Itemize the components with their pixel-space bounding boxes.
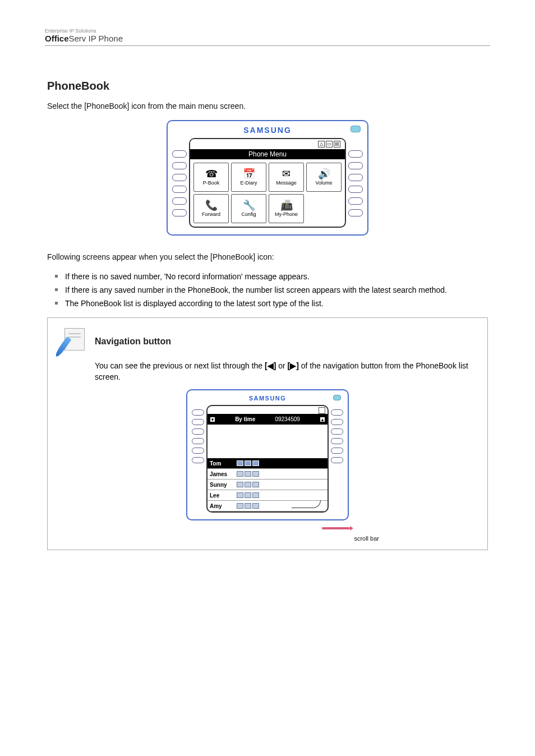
menu-item-volume[interactable]: 🔊 Volume [306,163,342,192]
menu-item-config[interactable]: 🔧 Config [231,194,266,223]
ediary-icon: 📅 [243,169,255,179]
tag-icon [237,471,243,477]
contact-tags [237,503,259,509]
soft-key[interactable] [192,448,204,454]
menu-item-message[interactable]: ✉ Message [269,163,304,192]
soft-key[interactable] [172,197,187,205]
scroll-bar-label: scroll bar [354,535,379,542]
note-title: Navigation button [95,336,171,347]
bullet-item: If there is no saved number, 'No record … [55,271,490,283]
soft-key[interactable] [331,448,343,454]
status-bell-icon: △ [318,141,325,147]
pbook-row[interactable]: James [207,469,328,480]
right-side-buttons [348,138,363,228]
menu-item-forward[interactable]: 📞 Forward [193,194,229,223]
menu-item-pbook[interactable]: ☎ P-Book [193,163,229,192]
pbook-icon: ☎ [205,169,218,179]
phone-device-main: SAMSUNG △ ▭ ▤ Phone Menu ☎ [167,120,368,236]
status-bar: △ ▭ ▤ [190,139,345,149]
bullet-item: The PhoneBook list is displayed accordin… [55,298,490,310]
sort-up-arrow[interactable]: ▲ [320,417,325,422]
pbook-row[interactable]: Lee [207,490,328,501]
pbook-row-selected[interactable]: Tom [207,458,328,469]
soft-key[interactable] [331,419,343,425]
right-side-buttons-small [331,405,343,513]
bullet-item: If there is any saved number in the Phon… [55,284,490,296]
menu-label: Message [276,180,297,186]
tag-icon [237,492,243,498]
led-indicator [333,395,341,400]
tag-icon [252,482,259,487]
soft-key[interactable] [172,209,187,216]
soft-key[interactable] [348,150,363,158]
device-screen: △ ▭ ▤ Phone Menu ☎ P-Book 📅 E-Diary ✉ [189,138,346,228]
tag-icon [237,503,243,509]
header-tagline: Enterprise IP Solutions [45,28,490,34]
soft-key[interactable] [331,409,343,416]
soft-key[interactable] [192,428,204,435]
phone-device-pbook: SAMSUNG [186,389,349,520]
contact-tags [237,471,259,477]
menu-label: Volume [315,180,332,186]
contact-tags [237,460,259,466]
tag-icon [245,482,251,487]
contact-tags [237,482,259,487]
tag-icon [245,471,251,477]
note-box: Navigation button You can see the previo… [47,317,488,550]
soft-key[interactable] [331,457,343,463]
pbook-row[interactable]: Sunny [207,480,328,490]
pbook-header-number: 09234509 [275,416,300,422]
soft-key[interactable] [348,162,363,169]
tag-icon [245,503,251,509]
forward-icon: 📞 [205,200,218,210]
tag-icon [245,460,251,466]
soft-key[interactable] [172,162,187,169]
soft-key[interactable] [348,197,363,205]
menu-label: Config [241,211,256,217]
soft-key[interactable] [331,438,343,444]
message-icon: ✉ [282,169,290,179]
sort-down-arrow[interactable]: ▼ [210,417,215,422]
myphone-icon: 📠 [280,200,293,210]
status-page-icon: ▭ [326,141,333,147]
menu-label: E-Diary [240,180,257,186]
tag-icon [237,460,243,466]
soft-key[interactable] [348,209,363,216]
menu-item-ediary[interactable]: 📅 E-Diary [231,163,266,192]
tag-icon [252,460,259,466]
soft-key[interactable] [331,428,343,435]
section-intro: Select the [PhoneBook] icon from the mai… [47,100,490,112]
soft-key[interactable] [172,150,187,158]
tag-icon [252,503,259,509]
device-brand: SAMSUNG [168,126,367,135]
section-title: PhoneBook [47,80,490,93]
volume-icon: 🔊 [318,169,330,179]
soft-key[interactable] [192,457,204,463]
led-indicator [350,126,361,132]
after-image-text: Following screens appear when you select… [47,251,490,263]
soft-key[interactable] [192,438,204,444]
contact-name: James [210,471,237,477]
soft-key[interactable] [192,419,204,425]
pbook-row[interactable]: Amy [207,501,328,511]
device-brand-small: SAMSUNG [187,395,348,402]
bullet-list: If there is no saved number, 'No record … [55,271,490,310]
soft-key[interactable] [172,174,187,181]
soft-key[interactable] [348,186,363,193]
header-product: OfficeServ IP Phone [45,34,490,43]
tag-icon [252,471,259,477]
note-text-pre: You can see the previous or next list th… [95,361,265,370]
menu-label: My-Phone [275,211,298,217]
contact-name: Lee [210,492,237,499]
pbook-screen: ▼ By time 09234509 ▲ Tom James [206,405,329,513]
tag-icon [252,492,259,498]
menu-item-myphone[interactable]: 📠 My-Phone [269,194,304,223]
menu-label: Forward [202,211,220,217]
soft-key[interactable] [172,186,187,193]
soft-key[interactable] [192,409,204,416]
soft-key[interactable] [348,174,363,181]
menu-icon-grid: ☎ P-Book 📅 E-Diary ✉ Message 🔊 Volume [190,159,345,227]
menu-empty-cell [306,194,342,223]
menu-label: P-Book [203,180,220,186]
nav-left-button-label: [◀] [265,361,276,370]
